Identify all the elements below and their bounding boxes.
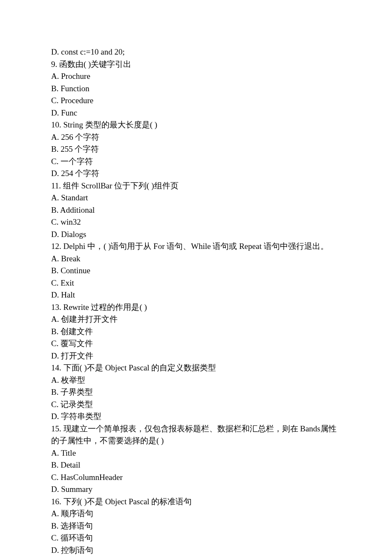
text-line: 11. 组件 ScrollBar 位于下列( )组件页	[51, 180, 341, 192]
text-line: B. Continue	[51, 265, 341, 277]
text-line: 9. 函数由( )关键字引出	[51, 58, 341, 71]
text-line: A. 枚举型	[51, 374, 341, 387]
text-line: C. 覆写文件	[51, 338, 341, 350]
text-line: D. 打开文件	[51, 350, 341, 362]
text-line: A. Standart	[51, 192, 341, 204]
text-line: B. Additional	[51, 204, 341, 217]
text-line: D. const c:=10 and 20;	[51, 46, 341, 58]
text-line: B. 选择语句	[51, 520, 341, 532]
text-line: A. 创建并打开文件	[51, 313, 341, 326]
text-line: A. Title	[51, 447, 341, 460]
document-body: D. const c:=10 and 20;9. 函数由( )关键字引出A. P…	[51, 46, 341, 555]
text-line: A. 顺序语句	[51, 508, 341, 520]
text-line: A. Break	[51, 253, 341, 265]
text-line: B. 255 个字符	[51, 143, 341, 156]
text-line: D. Summary	[51, 483, 341, 496]
text-line: A. 256 个字符	[51, 131, 341, 144]
text-line: D. Func	[51, 107, 341, 119]
text-line: B. Detail	[51, 459, 341, 471]
text-line: 10. String 类型的最大长度是( )	[51, 119, 341, 131]
text-line: B. Function	[51, 83, 341, 95]
text-line: D. 254 个字符	[51, 168, 341, 180]
text-line: D. Dialogs	[51, 228, 341, 241]
text-line: C. Procedure	[51, 95, 341, 107]
text-line: A. Prochure	[51, 70, 341, 83]
text-line: 16. 下列( )不是 Object Pascal 的标准语句	[51, 496, 341, 508]
text-line: 12. Delphi 中，( )语句用于从 For 语句、While 语句或 R…	[51, 240, 341, 253]
text-line: 13. Rewrite 过程的作用是( )	[51, 301, 341, 314]
text-line: 15. 现建立一个简单报表，仅包含报表标题栏、数据栏和汇总栏，则在 Bands属…	[51, 423, 341, 447]
text-line: D. 控制语句	[51, 544, 341, 555]
text-line: C. Exit	[51, 277, 341, 289]
text-line: C. 循环语句	[51, 532, 341, 544]
text-line: B. 创建文件	[51, 326, 341, 338]
text-line: B. 子界类型	[51, 386, 341, 399]
text-line: D. Halt	[51, 289, 341, 301]
text-line: C. 一个字符	[51, 156, 341, 168]
text-line: C. HasColumnHeader	[51, 471, 341, 484]
text-line: C. 记录类型	[51, 399, 341, 411]
text-line: C. win32	[51, 216, 341, 228]
text-line: D. 字符串类型	[51, 410, 341, 423]
text-line: 14. 下面( )不是 Object Pascal 的自定义数据类型	[51, 362, 341, 374]
